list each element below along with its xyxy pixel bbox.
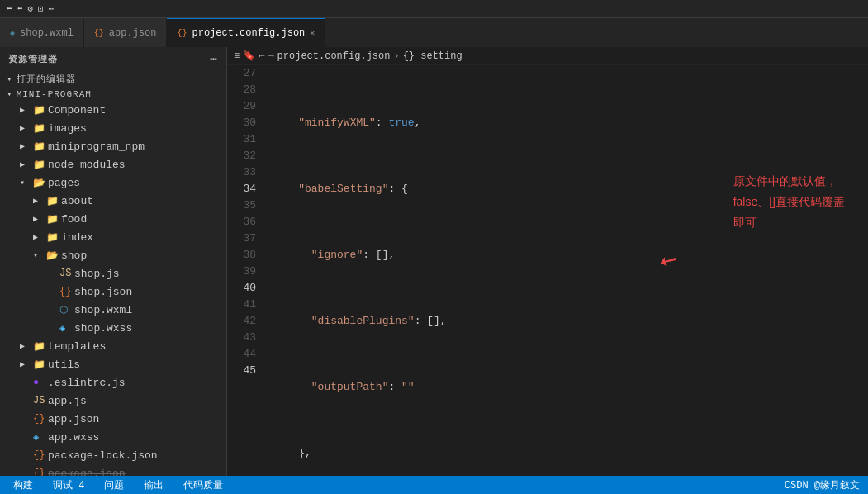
- sidebar-item-component[interactable]: ▶ 📁 Component: [0, 101, 226, 119]
- code-editor[interactable]: "minifyWXML": true, "babelSetting": { "i…: [264, 65, 868, 476]
- line-num: 31: [227, 131, 256, 148]
- sidebar-item-eslintrc[interactable]: ● .eslintrc.js: [0, 373, 226, 392]
- sidebar: 资源管理器 ⋯ ▾ 打开的编辑器 ▾ MINI-PROGRAM ▶ 📁 Comp…: [0, 47, 227, 476]
- sidebar-item-node-modules[interactable]: ▶ 📁 node_modules: [0, 155, 226, 173]
- new-file-icon[interactable]: ⋯: [211, 52, 218, 66]
- status-tab-build[interactable]: 构建: [8, 477, 38, 494]
- sidebar-item-shop-js[interactable]: JS shop.js: [0, 264, 226, 283]
- folder-icon: 📁: [33, 159, 48, 171]
- sidebar-item-shop-json[interactable]: {} shop.json: [0, 283, 226, 301]
- line-num: 35: [227, 197, 256, 214]
- wxss-file-icon: ◈: [33, 431, 48, 444]
- json-icon: {}: [94, 29, 104, 38]
- arrow-icon: ▶: [20, 123, 33, 133]
- sidebar-item-app-js[interactable]: JS app.js: [0, 392, 226, 410]
- sidebar-item-food[interactable]: ▶ 📁 food: [0, 210, 226, 228]
- line-num: 30: [227, 115, 256, 131]
- tab-project-config[interactable]: {} project.config.json ✕: [167, 18, 325, 47]
- sidebar-item-label: app.js: [48, 395, 87, 407]
- settings-icon[interactable]: ⚙: [27, 3, 33, 14]
- sidebar-item-templates[interactable]: ▶ 📁 templates: [0, 337, 226, 355]
- sidebar-item-images[interactable]: ▶ 📁 images: [0, 119, 226, 137]
- sidebar-item-label: package.json: [48, 468, 126, 477]
- tabs-bar: ◈ shop.wxml {} app.json {} project.confi…: [0, 18, 868, 47]
- sidebar-item-pages[interactable]: ▾ 📂 pages: [0, 173, 226, 192]
- code-line-31: "outputPath": "": [273, 379, 868, 396]
- status-tab-quality[interactable]: 代码质量: [178, 477, 228, 494]
- folder-icon: 📁: [33, 140, 48, 153]
- breadcrumb-file: project.config.json: [277, 50, 391, 62]
- arrow-icon: ▶: [20, 341, 33, 351]
- sidebar-item-package-json[interactable]: {} package.json: [0, 464, 226, 476]
- window-icon[interactable]: ⊡: [38, 3, 44, 14]
- sidebar-item-label: node_modules: [48, 159, 126, 171]
- sidebar-item-utils[interactable]: ▶ 📁 utils: [0, 355, 226, 373]
- wxml-icon: ◈: [10, 28, 15, 38]
- tab-shop-wxml-label: shop.wxml: [20, 27, 74, 39]
- editor-area: ≡ 🔖 ← → project.config.json › {} setting…: [227, 47, 868, 476]
- top-bar: ⬅ ⬅ ⚙ ⊡ ⋯: [0, 0, 868, 18]
- line-num: 33: [227, 164, 256, 181]
- line-num: 29: [227, 98, 256, 115]
- status-tab-output[interactable]: 输出: [139, 477, 168, 494]
- sidebar-item-label: .eslintrc.js: [48, 377, 126, 389]
- status-left: 构建 调试 4 问题 输出 代码质量: [8, 477, 228, 494]
- folder-open-icon: 📂: [33, 177, 48, 189]
- line-num: 32: [227, 148, 256, 164]
- nav-forward-icon[interactable]: ⬅: [17, 3, 23, 14]
- sidebar-item-shop-wxss[interactable]: ◈ shop.wxss: [0, 319, 226, 337]
- status-tab-debug[interactable]: 调试 4: [48, 477, 89, 494]
- tab-shop-wxml[interactable]: ◈ shop.wxml: [0, 18, 84, 47]
- folder-icon: 📁: [46, 195, 61, 207]
- sidebar-item-index[interactable]: ▶ 📁 index: [0, 228, 226, 246]
- breadcrumb-section: {} setting: [403, 50, 462, 62]
- sidebar-item-shop[interactable]: ▾ 📂 shop: [0, 246, 226, 264]
- sidebar-item-package-lock[interactable]: {} package-lock.json: [0, 446, 226, 464]
- chevron-down-icon: ▾: [20, 178, 33, 188]
- line-numbers: 27 28 29 30 31 32 33 34 35 36 37 38 39 4…: [227, 65, 264, 476]
- arrow-icon: ▶: [20, 159, 33, 169]
- breadcrumb: ≡ 🔖 ← → project.config.json › {} setting: [227, 47, 868, 65]
- close-tab-icon[interactable]: ✕: [310, 28, 315, 38]
- sidebar-item-app-json[interactable]: {} app.json: [0, 410, 226, 428]
- sidebar-item-label: utils: [48, 359, 80, 371]
- chevron-mini-icon: ▾: [7, 88, 13, 99]
- breadcrumb-nav-forward[interactable]: →: [268, 50, 273, 62]
- sidebar-item-label: food: [61, 213, 87, 226]
- sidebar-item-app-wxss[interactable]: ◈ app.wxss: [0, 428, 226, 446]
- json-icon-active: {}: [177, 29, 187, 38]
- status-tab-problems[interactable]: 问题: [99, 477, 129, 494]
- sidebar-item-label: Component: [48, 104, 106, 116]
- sidebar-item-miniprogram-npm[interactable]: ▶ 📁 miniprogram_npm: [0, 137, 226, 155]
- breadcrumb-bookmark: 🔖: [243, 50, 255, 62]
- arrow-icon: ▶: [20, 141, 33, 151]
- sidebar-item-label: shop.js: [74, 268, 120, 280]
- line-num: 36: [227, 214, 256, 230]
- folder-open-icon: 📂: [46, 249, 61, 262]
- folder-icon: 📁: [33, 359, 48, 371]
- tab-app-json[interactable]: {} app.json: [84, 18, 168, 47]
- wxss-file-icon: ◈: [59, 322, 74, 335]
- breadcrumb-nav-back[interactable]: ←: [259, 50, 264, 62]
- sidebar-tree: ▶ 📁 Component ▶ 📁 images ▶ 📁 miniprogram…: [0, 101, 226, 476]
- json-file-icon: {}: [33, 468, 48, 476]
- json-file-icon: {}: [33, 449, 48, 461]
- sidebar-item-label: miniprogram_npm: [48, 140, 145, 153]
- code-container: 27 28 29 30 31 32 33 34 35 36 37 38 39 4…: [227, 65, 868, 476]
- line-num: 27: [227, 65, 256, 82]
- sidebar-item-label: templates: [48, 340, 106, 353]
- nav-back-icon[interactable]: ⬅: [7, 3, 12, 14]
- arrow-icon: ▶: [33, 232, 46, 242]
- expand-icon[interactable]: ⋯: [49, 3, 55, 14]
- sidebar-item-label: shop.wxml: [74, 304, 132, 316]
- folder-icon: 📁: [33, 340, 48, 353]
- sidebar-item-label: app.json: [48, 413, 99, 425]
- sidebar-item-shop-wxml[interactable]: ⬡ shop.wxml: [0, 301, 226, 319]
- tab-app-json-label: app.json: [109, 27, 157, 39]
- watermark-text: CSDN @缘月叙文: [785, 478, 860, 492]
- line-num: 38: [227, 247, 256, 264]
- json-file-icon: {}: [59, 286, 74, 297]
- main-area: 资源管理器 ⋯ ▾ 打开的编辑器 ▾ MINI-PROGRAM ▶ 📁 Comp…: [0, 47, 868, 476]
- top-bar-icons: ⬅ ⬅ ⚙ ⊡ ⋯: [7, 3, 54, 14]
- sidebar-item-about[interactable]: ▶ 📁 about: [0, 192, 226, 210]
